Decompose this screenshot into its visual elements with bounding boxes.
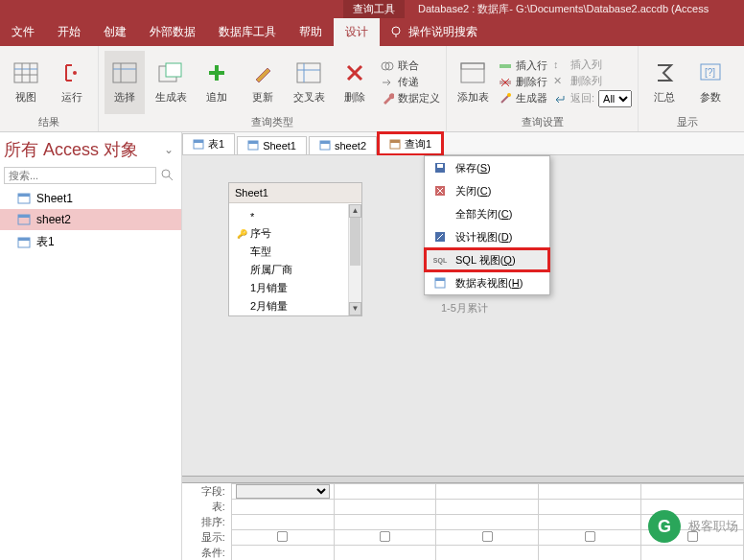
builder-button[interactable]: 生成器	[499, 91, 547, 105]
fieldlist-caption[interactable]: Sheet1	[229, 183, 361, 203]
arrow-right-icon	[381, 76, 394, 89]
field-row[interactable]: 所属厂商	[235, 261, 356, 279]
totals-button[interactable]: 汇总	[644, 51, 685, 114]
tab[interactable]: Sheet1	[237, 136, 307, 154]
splitter[interactable]	[182, 476, 744, 483]
plus-icon	[203, 59, 230, 86]
tab[interactable]: 查询1	[379, 133, 442, 154]
navigation-pane: 所有 Access 对象 ⌄ Sheet1 sheet2 表1	[0, 132, 182, 560]
union-icon	[381, 59, 394, 73]
field-row[interactable]: 车型	[235, 243, 356, 261]
update-button[interactable]: 更新	[243, 51, 283, 114]
table-icon	[17, 236, 31, 249]
delete-row-icon	[499, 76, 512, 89]
show-checkbox[interactable]	[585, 531, 595, 542]
field-row[interactable]: *	[235, 209, 356, 224]
insert-col-button: ↕插入列	[553, 58, 632, 72]
scroll-up-button[interactable]: ▲	[349, 204, 361, 218]
show-checkbox[interactable]	[380, 531, 390, 542]
menu-file[interactable]: 文件	[0, 18, 46, 46]
grid-row-label: 表:	[182, 500, 231, 515]
tab[interactable]: sheet2	[309, 136, 377, 154]
insert-row-button[interactable]: 插入行	[499, 58, 547, 73]
scrollbar[interactable]: ▲ ▼	[348, 204, 361, 315]
group-label-querytype: 查询类型	[105, 115, 440, 130]
svg-point-7	[73, 71, 77, 75]
maketable-icon	[157, 59, 184, 86]
svg-rect-12	[166, 63, 181, 77]
append-button[interactable]: 追加	[197, 51, 237, 114]
svg-rect-39	[18, 238, 30, 241]
field-cell[interactable]	[236, 484, 330, 499]
context-close-all[interactable]: 全部关闭(C)	[425, 202, 549, 225]
context-datasheet-view[interactable]: 数据表视图(H)	[425, 271, 549, 294]
sql-icon: SQL	[432, 252, 448, 268]
watermark: G 极客职场	[648, 510, 738, 543]
menu-dbtools[interactable]: 数据库工具	[207, 18, 288, 46]
svg-rect-47	[390, 140, 400, 143]
svg-rect-15	[297, 63, 320, 82]
table-icon	[111, 59, 138, 86]
group-label-results: 结果	[6, 115, 92, 130]
svg-line-33	[169, 176, 173, 180]
delete-col-icon: ✕	[553, 75, 567, 87]
grid-row-label: 条件:	[182, 546, 231, 561]
query-icon	[389, 139, 401, 151]
menu-external[interactable]: 外部数据	[138, 18, 207, 46]
make-table-button[interactable]: 生成表	[151, 51, 191, 114]
crosstab-button[interactable]: 交叉表	[289, 51, 329, 114]
return-select[interactable]: All	[598, 90, 632, 107]
delete-row-button[interactable]: 删除行	[499, 75, 547, 89]
svg-rect-2	[14, 63, 37, 82]
view-button[interactable]: 视图	[6, 51, 46, 114]
delete-x-icon	[341, 59, 368, 86]
field-row[interactable]: 2月销量	[235, 297, 356, 315]
show-checkbox[interactable]	[482, 531, 493, 542]
table-fieldlist[interactable]: Sheet1 * 🔑序号 车型 所属厂商 1月销量 2月销量 ▲ ▼	[228, 182, 362, 316]
union-button[interactable]: 联合	[381, 58, 440, 73]
run-button[interactable]: 运行	[52, 51, 92, 114]
return-row[interactable]: 返回: All	[553, 90, 632, 107]
table-icon	[17, 192, 31, 205]
grid-row-label: 显示:	[182, 530, 231, 546]
watermark-avatar: G	[648, 510, 681, 543]
delete-col-button: ✕删除列	[553, 74, 632, 88]
nav-item[interactable]: Sheet1	[0, 188, 181, 209]
scroll-down-button[interactable]: ▼	[349, 302, 361, 315]
select-query-button[interactable]: 选择	[105, 51, 145, 114]
context-close[interactable]: 关闭(C)	[425, 179, 549, 202]
nav-header[interactable]: 所有 Access 对象 ⌄	[0, 132, 181, 165]
nav-item[interactable]: 表1	[0, 230, 181, 254]
context-design-view[interactable]: 设计视图(D)	[425, 225, 549, 248]
field-row[interactable]: 1月销量	[235, 279, 356, 297]
field-row[interactable]: 🔑序号	[235, 224, 356, 243]
return-icon	[553, 92, 567, 105]
pencil-icon	[249, 59, 276, 86]
add-table-button[interactable]: 添加表	[453, 51, 493, 114]
passthrough-button[interactable]: 传递	[381, 75, 440, 89]
tab[interactable]: 表1	[182, 133, 235, 154]
scroll-thumb[interactable]	[350, 218, 360, 266]
delete-query-button[interactable]: 删除	[335, 51, 375, 114]
show-checkbox[interactable]	[277, 531, 288, 542]
tell-me-label: 操作说明搜索	[408, 24, 477, 40]
ribbon-group-showhide: 汇总 [?] 参数 显示	[639, 46, 736, 131]
menu-design[interactable]: 设计	[334, 18, 380, 46]
svg-rect-8	[113, 63, 136, 82]
menu-help[interactable]: 帮助	[288, 18, 334, 46]
tell-me[interactable]: 操作说明搜索	[389, 24, 477, 40]
menu-create[interactable]: 创建	[92, 18, 138, 46]
datadef-button[interactable]: 数据定义	[381, 91, 440, 105]
context-sql-view[interactable]: SQLSQL 视图(Q)	[425, 248, 549, 271]
nav-search-input[interactable]	[4, 167, 156, 184]
context-save[interactable]: 保存(S)	[425, 156, 549, 179]
datasheet-icon	[432, 275, 448, 291]
svg-rect-24	[500, 64, 511, 68]
params-button[interactable]: [?] 参数	[690, 51, 731, 114]
svg-rect-45	[320, 141, 330, 144]
run-icon	[58, 59, 85, 86]
menu-home[interactable]: 开始	[46, 18, 92, 46]
wrench-icon	[381, 92, 394, 105]
ribbon-group-querysetup: 添加表 插入行 删除行 生成器 ↕插入列 ✕删除列 返回: All 查询设置	[447, 46, 639, 131]
nav-item[interactable]: sheet2	[0, 209, 181, 230]
